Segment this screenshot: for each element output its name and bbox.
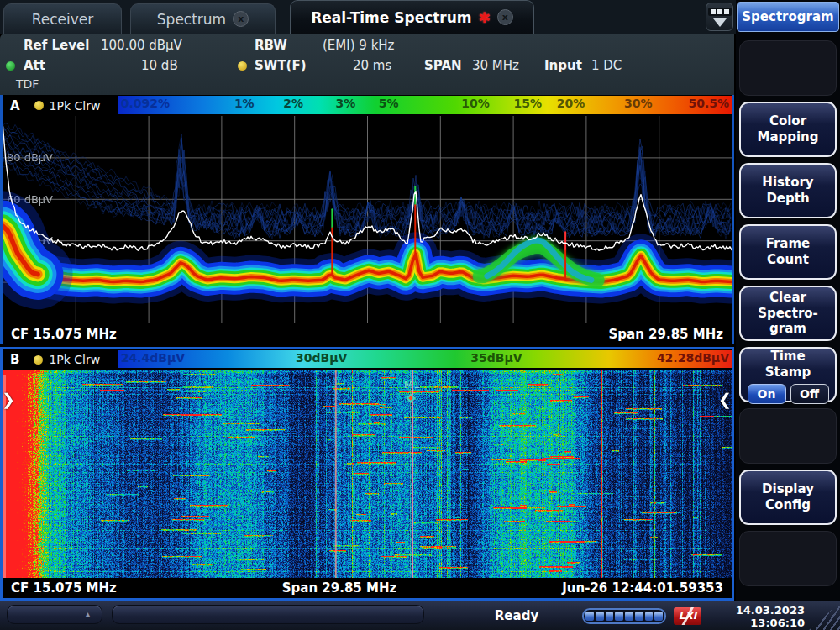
color-mapping-button[interactable]: Color Mapping: [739, 102, 837, 157]
measurement-progress-bar: [582, 608, 666, 624]
window-tiles-icon: [708, 8, 732, 16]
scale-label: 1%: [234, 97, 255, 110]
time-stamp-label: Time Stamp: [746, 349, 830, 381]
history-depth-button[interactable]: History Depth: [739, 163, 837, 218]
softkey-menu-title: Spectrogram: [737, 2, 839, 32]
scale-label: 42.28dBµV: [657, 351, 729, 365]
window-a-persistence-spectrum: A 1Pk Clrw 0.092%1%2%3%5%10%15%20%30%50.…: [0, 95, 734, 344]
progress-segment: [585, 612, 594, 621]
settings-bar: Ref Level 100.00 dBµV RBW (EMI) 9 kHz At…: [0, 34, 734, 95]
tab-spectrum[interactable]: Spectrum x: [130, 3, 276, 34]
ready-status: Ready: [470, 608, 563, 623]
close-icon[interactable]: x: [233, 11, 249, 27]
softkey-sidebar: Spectrogram Color Mapping History Depth …: [736, 0, 840, 601]
status-bar: ▴ Ready LXI 14.03.2023 13:06:10: [0, 601, 840, 630]
progress-segment: [635, 612, 643, 621]
frame-arrow-left-icon: ❯: [2, 390, 15, 408]
window-b-id: B: [10, 352, 19, 367]
softkey-empty-slot: [739, 408, 837, 464]
frame-arrow-right-icon: ❮: [718, 390, 732, 408]
span-label: SPAN: [424, 58, 462, 73]
window-a-header: A 1Pk Clrw 0.092%1%2%3%5%10%15%20%30%50.…: [3, 95, 732, 116]
lxi-indicator: LXI: [674, 607, 701, 625]
scale-label: 10%: [461, 97, 490, 110]
scale-label: 20%: [557, 97, 585, 110]
ref-level-label: Ref Level: [24, 38, 89, 53]
resize-grip[interactable]: [808, 602, 840, 630]
tab-receiver[interactable]: Receiver: [3, 3, 122, 34]
swt-value[interactable]: 20 ms: [353, 58, 391, 73]
tab-spectrum-label: Spectrum: [157, 11, 226, 28]
chevron-down-icon: [713, 18, 727, 27]
date-time: 14.03.2023 13:06:10: [736, 604, 805, 629]
window-a-plot-area: [3, 116, 732, 323]
time-stamp-button[interactable]: Time Stamp On Off: [739, 347, 837, 402]
scale-label: 30dBµV: [296, 351, 347, 365]
window-b-footer: CF 15.075 MHz Span 29.85 MHz Jun-26 12:4…: [3, 578, 732, 598]
input-label: Input: [544, 58, 582, 73]
window-b-span: Span 29.85 MHz: [117, 580, 562, 596]
display-config-button[interactable]: Display Config: [739, 470, 837, 525]
spectrogram-canvas[interactable]: [3, 370, 732, 578]
window-b-spectrogram: B 1Pk Clrw 24.4dBµV30dBµV35dBµV42.28dBµV…: [0, 347, 734, 601]
scale-label: 3%: [336, 97, 356, 110]
tab-real-time-spectrum-label: Real-Time Spectrum: [311, 9, 471, 26]
scale-label: 5%: [379, 97, 399, 110]
close-icon[interactable]: x: [497, 9, 513, 25]
swt-status-icon: [238, 61, 247, 71]
softkey-empty-slot: [739, 531, 837, 586]
input-value[interactable]: 1 DC: [591, 58, 622, 73]
time-stamp-on-button[interactable]: On: [748, 384, 786, 404]
status-message-bar[interactable]: [112, 605, 424, 624]
tdf-label: TDF: [16, 77, 39, 91]
att-value[interactable]: 10 dB: [141, 58, 178, 73]
trace-active-icon: [34, 101, 44, 110]
tab-real-time-spectrum[interactable]: Real-Time Spectrum ✱ x: [290, 0, 534, 34]
progress-segment: [606, 612, 614, 621]
amplitude-color-scale: 24.4dBµV30dBµV35dBµV42.28dBµV: [118, 350, 732, 368]
scale-label: 2%: [283, 97, 303, 110]
scale-label: 50.5%: [688, 97, 729, 110]
swt-label: SWT(F): [255, 58, 307, 73]
window-b-header: B 1Pk Clrw 24.4dBµV30dBµV35dBµV42.28dBµV: [3, 349, 732, 370]
window-layout-button[interactable]: [706, 3, 733, 31]
ref-level-value[interactable]: 100.00 dBµV: [101, 38, 182, 53]
density-color-scale: 0.092%1%2%3%5%10%15%20%30%50.5%: [118, 96, 732, 114]
window-b-timestamp: Jun-26 12:44:01.59353: [562, 580, 723, 596]
span-value[interactable]: 30 MHz: [472, 58, 519, 73]
clear-spectrogram-button[interactable]: Clear Spectro- gram: [739, 286, 837, 341]
scale-label: 15%: [513, 97, 542, 110]
star-icon: ✱: [479, 9, 491, 26]
window-b-trace-label: 1Pk Clrw: [49, 353, 100, 366]
window-a-trace-label: 1Pk Clrw: [50, 99, 101, 113]
window-a-span: Span 29.85 MHz: [609, 327, 723, 342]
trace-active-icon: [34, 355, 43, 365]
window-b-cf: CF 15.075 MHz: [11, 580, 117, 596]
progress-segment: [596, 612, 604, 621]
scale-label: 30%: [624, 97, 653, 110]
scale-label: 24.4dBµV: [121, 351, 185, 365]
mini-arrow-icon: ▴: [86, 609, 90, 618]
tab-bar: Receiver Spectrum x Real-Time Spectrum ✱…: [0, 0, 736, 34]
time-label: 13:06:10: [736, 617, 805, 629]
persistence-spectrum-canvas[interactable]: [3, 116, 732, 323]
instrument-screen: Receiver Spectrum x Real-Time Spectrum ✱…: [0, 0, 840, 630]
att-status-icon: [6, 61, 15, 71]
progress-segment: [625, 612, 633, 621]
rbw-label: RBW: [255, 38, 287, 53]
tab-receiver-label: Receiver: [32, 11, 94, 28]
window-a-id: A: [10, 98, 20, 113]
progress-segment: [645, 612, 654, 621]
scale-label: 35dBµV: [470, 351, 522, 365]
progress-segment: [654, 612, 663, 621]
frame-count-button[interactable]: Frame Count: [739, 224, 837, 280]
scale-label: 0.092%: [121, 97, 170, 110]
rbw-value[interactable]: (EMI) 9 kHz: [323, 38, 394, 53]
window-a-footer: CF 15.075 MHz Span 29.85 MHz: [3, 323, 732, 344]
softkey-empty-slot: [739, 40, 837, 96]
att-label: Att: [24, 58, 45, 73]
status-left-button[interactable]: ▴: [7, 605, 102, 624]
date-label: 14.03.2023: [736, 604, 805, 617]
window-b-plot-area: M1 ❯ ❮: [3, 370, 732, 578]
time-stamp-off-button[interactable]: Off: [790, 384, 829, 404]
